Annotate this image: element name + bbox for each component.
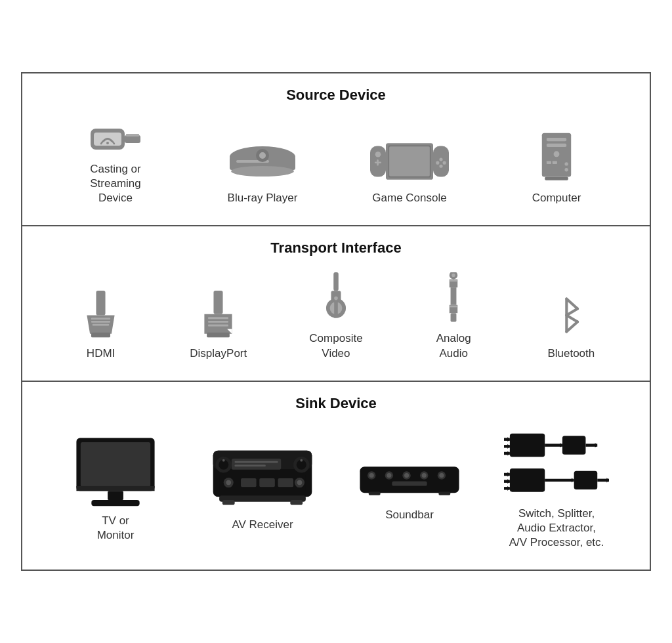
svg-point-18 <box>443 161 446 165</box>
computer-icon <box>534 132 579 184</box>
hdmi-icon-area <box>83 291 119 340</box>
svg-marker-107 <box>507 437 510 442</box>
computer-label: Computer <box>532 191 581 205</box>
analog-icon <box>444 272 463 325</box>
svg-point-17 <box>439 158 442 161</box>
svg-rect-89 <box>222 500 235 505</box>
soundbar-item: Soundbar <box>357 455 462 522</box>
svg-marker-116 <box>595 443 598 447</box>
composite-icon <box>323 272 349 325</box>
source-device-title: Source Device <box>42 87 630 104</box>
tv-label: TV orMonitor <box>97 514 135 543</box>
svg-point-79 <box>300 459 303 462</box>
bluray-item: Blu-ray Player <box>223 138 302 205</box>
svg-rect-104 <box>438 491 450 495</box>
sink-device-section: Sink Device <box>21 381 651 571</box>
svg-rect-25 <box>547 144 566 147</box>
svg-marker-123 <box>507 486 510 490</box>
svg-rect-28 <box>553 161 557 164</box>
gameconsole-icon-area <box>370 138 449 184</box>
soundbar-icon-area <box>357 455 462 501</box>
diagram-container: Source Device <box>21 72 651 571</box>
svg-marker-119 <box>507 472 510 476</box>
svg-point-16 <box>436 161 439 165</box>
svg-marker-128 <box>606 478 609 482</box>
svg-marker-111 <box>507 451 510 455</box>
hdmi-label: HDMI <box>87 346 115 361</box>
avreceiver-item: AV Receiver <box>210 446 315 532</box>
casting-icon <box>89 119 142 156</box>
svg-point-26 <box>554 152 560 157</box>
svg-rect-43 <box>208 324 228 326</box>
svg-rect-27 <box>547 161 551 164</box>
tv-item: TV orMonitor <box>63 435 168 543</box>
svg-rect-34 <box>91 318 110 320</box>
bluetooth-label: Bluetooth <box>547 346 595 361</box>
transport-interface-section: Transport Interface <box>21 225 651 380</box>
svg-rect-15 <box>433 146 449 177</box>
bluray-label: Blu-ray Player <box>228 191 298 205</box>
svg-point-93 <box>369 473 374 478</box>
svg-rect-114 <box>562 436 586 454</box>
bluetooth-icon-area <box>555 291 587 340</box>
svg-rect-83 <box>241 478 257 487</box>
svg-rect-55 <box>451 288 457 306</box>
svg-rect-22 <box>389 147 430 176</box>
svg-rect-54 <box>450 280 457 282</box>
svg-marker-113 <box>560 443 562 447</box>
svg-line-61 <box>567 308 578 315</box>
svg-rect-117 <box>510 468 545 492</box>
svg-marker-121 <box>507 479 510 484</box>
svg-point-99 <box>422 473 427 478</box>
svg-rect-44 <box>207 332 230 337</box>
composite-item: CompositeVideo <box>297 272 375 360</box>
svg-rect-42 <box>208 320 228 322</box>
source-device-section: Source Device <box>21 72 651 225</box>
bluray-icon <box>226 138 299 184</box>
tv-icon-area <box>73 435 158 507</box>
sink-device-title: Sink Device <box>42 395 630 412</box>
soundbar-icon <box>357 455 462 501</box>
analog-item: AnalogAudio <box>414 272 493 360</box>
svg-rect-49 <box>334 299 338 317</box>
svg-point-8 <box>231 166 294 176</box>
svg-rect-32 <box>96 291 106 316</box>
svg-line-62 <box>567 315 578 322</box>
analog-label: AnalogAudio <box>436 331 471 360</box>
svg-rect-41 <box>208 317 228 319</box>
svg-rect-67 <box>91 500 139 506</box>
avreceiver-label: AV Receiver <box>232 518 293 532</box>
svg-point-87 <box>297 480 303 486</box>
svg-point-76 <box>222 459 225 462</box>
displayport-label: DisplayPort <box>190 346 247 361</box>
svg-rect-45 <box>333 272 339 291</box>
svg-rect-57 <box>450 306 457 308</box>
analog-icon-area <box>444 272 463 325</box>
avreceiver-icon-area <box>210 446 315 511</box>
composite-icon-area <box>323 272 349 325</box>
casting-label: Casting orStreamingDevice <box>90 162 140 205</box>
computer-item: Computer <box>517 132 596 205</box>
svg-point-82 <box>226 480 231 486</box>
svg-rect-72 <box>235 461 278 463</box>
svg-rect-105 <box>510 433 545 457</box>
svg-point-2 <box>106 142 109 144</box>
svg-rect-71 <box>232 459 281 470</box>
svg-marker-109 <box>507 444 510 448</box>
svg-rect-90 <box>290 500 303 505</box>
bluetooth-item: Bluetooth <box>532 291 610 361</box>
gameconsole-label: Game Console <box>372 191 446 205</box>
computer-icon-area <box>534 132 579 184</box>
gameconsole-icon <box>370 138 449 184</box>
tv-icon <box>73 435 158 507</box>
svg-rect-58 <box>451 314 457 322</box>
svg-rect-68 <box>76 486 154 491</box>
svg-rect-36 <box>93 323 109 325</box>
svg-rect-91 <box>360 467 459 493</box>
svg-point-29 <box>564 163 568 166</box>
soundbar-label: Soundbar <box>385 508 434 522</box>
svg-point-97 <box>404 473 409 478</box>
switch-icon-area <box>504 428 609 500</box>
bluetooth-icon <box>555 291 587 340</box>
svg-rect-38 <box>214 291 223 314</box>
